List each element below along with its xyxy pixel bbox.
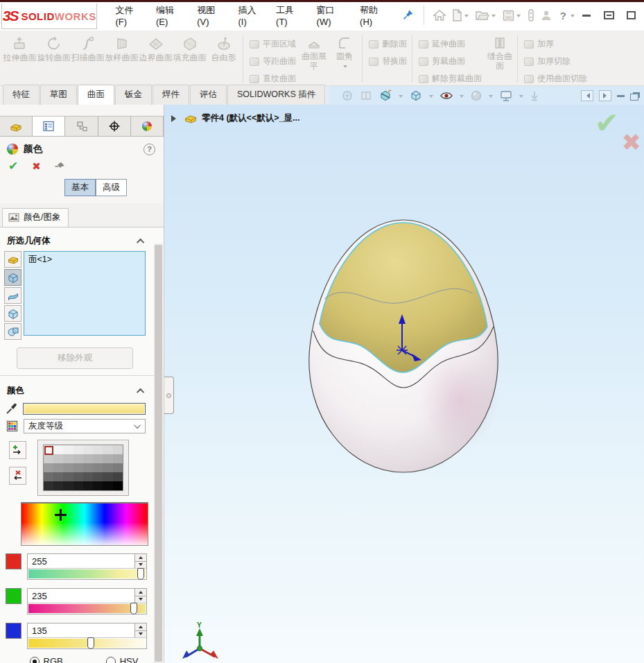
- palette-icon[interactable]: [6, 420, 19, 433]
- boundary-surface-button[interactable]: 边界曲面: [139, 33, 173, 85]
- revolved-surface-button[interactable]: 旋转曲面: [37, 33, 71, 85]
- remove-appearance-button[interactable]: 移除外观: [17, 347, 133, 369]
- view-settings-icon[interactable]: [530, 90, 539, 102]
- edit-appearance-icon[interactable]: [470, 89, 482, 102]
- grayscale-swatch-grid[interactable]: [43, 445, 123, 491]
- graphics-viewport[interactable]: 零件4 (默认<<默认>_显... ✔ ✖: [164, 105, 644, 663]
- help-circle-icon[interactable]: ?: [143, 144, 155, 155]
- menu-window[interactable]: 窗口(W): [310, 0, 353, 33]
- cut-with-surface-button[interactable]: 使用曲面切除: [524, 73, 587, 85]
- filter-body-button[interactable]: [4, 305, 21, 322]
- advanced-mode-button[interactable]: 高级: [96, 179, 127, 196]
- open-document-caret-icon[interactable]: [491, 15, 496, 19]
- keep-visible-pin-icon[interactable]: [55, 161, 67, 172]
- basic-mode-button[interactable]: 基本: [64, 179, 96, 196]
- current-color-swatch[interactable]: [23, 403, 146, 415]
- selected-geometry-header[interactable]: 所选几何体: [0, 227, 164, 251]
- collapse-right-icon[interactable]: [599, 90, 611, 101]
- dimxpert-manager-tab[interactable]: [98, 117, 131, 136]
- red-slider-thumb[interactable]: [137, 568, 144, 580]
- tab-solidworks-addins[interactable]: SOLIDWORKS 插件: [227, 85, 325, 105]
- green-value-input[interactable]: 235: [28, 589, 134, 603]
- ok-check-icon[interactable]: ✔: [8, 160, 18, 172]
- tab-features[interactable]: 特征: [3, 85, 40, 105]
- delete-face-button[interactable]: 删除面: [369, 38, 407, 50]
- filter-feature-button[interactable]: [4, 323, 21, 340]
- red-value-input[interactable]: 255: [28, 554, 134, 568]
- home-icon[interactable]: [431, 7, 448, 24]
- menu-help[interactable]: 帮助(H): [353, 0, 394, 33]
- swept-surface-button[interactable]: 扫描曲面: [71, 33, 105, 85]
- add-swatch-button[interactable]: [9, 441, 26, 459]
- apply-scene-icon[interactable]: [499, 90, 513, 102]
- hsv-radio[interactable]: HSV: [106, 656, 139, 663]
- user-account-icon[interactable]: [539, 7, 554, 24]
- view-orientation-caret-icon[interactable]: [429, 95, 433, 100]
- help-icon[interactable]: ?: [557, 8, 577, 24]
- hide-show-items-caret-icon[interactable]: [460, 95, 464, 100]
- doc-minimize-icon[interactable]: [617, 95, 625, 97]
- pin-menu-icon[interactable]: [400, 6, 417, 25]
- selected-face-item[interactable]: 面<1>: [28, 254, 141, 266]
- display-manager-tab[interactable]: [131, 117, 164, 136]
- green-slider-thumb[interactable]: [130, 603, 137, 614]
- maximize-window-icon[interactable]: [622, 8, 640, 22]
- tab-sketch[interactable]: 草图: [40, 85, 77, 105]
- egg-model[interactable]: [293, 214, 514, 480]
- menu-insert[interactable]: 插入(I): [231, 0, 269, 33]
- grayscale-swatch-row[interactable]: [44, 454, 123, 463]
- planar-surface-button[interactable]: 平面区域: [250, 38, 296, 50]
- ruled-surface-button[interactable]: 直纹曲面: [250, 73, 296, 85]
- menu-tools[interactable]: 工具(T): [269, 0, 310, 33]
- offset-surface-button[interactable]: 等距曲面: [250, 55, 296, 67]
- grayscale-swatch-row[interactable]: [44, 445, 123, 454]
- menu-edit[interactable]: 编辑(E): [149, 0, 190, 33]
- blue-slider-track[interactable]: [28, 639, 146, 648]
- menu-view[interactable]: 视图(V): [190, 0, 231, 33]
- trim-surface-button[interactable]: 剪裁曲面: [419, 55, 482, 67]
- confirm-ok-icon[interactable]: ✔: [595, 106, 619, 140]
- tab-evaluate[interactable]: 评估: [190, 85, 227, 105]
- grayscale-swatch-row[interactable]: [44, 463, 123, 472]
- filter-surface-button[interactable]: [4, 287, 21, 304]
- replace-face-button[interactable]: 替换面: [369, 55, 407, 67]
- knit-surface-button[interactable]: 缝合曲面: [485, 33, 515, 85]
- save-icon[interactable]: [501, 8, 523, 24]
- menu-file[interactable]: 文件(F): [108, 0, 149, 33]
- flatten-surface-button[interactable]: 曲面展平: [299, 33, 329, 85]
- red-slider-track[interactable]: [28, 569, 146, 578]
- help-caret-icon[interactable]: [571, 15, 575, 19]
- minimize-window-icon[interactable]: [577, 8, 595, 22]
- feature-manager-tab[interactable]: [0, 117, 33, 136]
- color-spectrum-picker[interactable]: [21, 502, 148, 546]
- hide-show-items-icon[interactable]: [440, 90, 453, 101]
- grayscale-swatch-row[interactable]: [44, 481, 123, 490]
- section-view-icon[interactable]: [378, 89, 392, 102]
- collapse-left-icon[interactable]: [581, 90, 593, 101]
- confirm-cancel-icon[interactable]: ✖: [622, 128, 642, 156]
- apply-scene-caret-icon[interactable]: [519, 95, 523, 100]
- tab-sheet-metal[interactable]: 钣金: [115, 85, 152, 105]
- panel-flyout-handle[interactable]: [164, 377, 174, 414]
- doc-restore-icon[interactable]: [630, 94, 638, 101]
- tree-expand-arrow-icon[interactable]: [171, 115, 180, 122]
- filter-face-button[interactable]: [4, 269, 21, 286]
- save-caret-icon[interactable]: [516, 15, 521, 19]
- edit-appearance-caret-icon[interactable]: [489, 95, 493, 100]
- color-section-header[interactable]: 颜色: [0, 377, 164, 401]
- rgb-radio-dot[interactable]: [30, 657, 40, 663]
- untrim-surface-button[interactable]: 解除剪裁曲面: [419, 73, 482, 85]
- color-picker-crosshair[interactable]: [55, 509, 67, 521]
- collapse-chevron-icon[interactable]: [137, 238, 144, 246]
- cancel-x-icon[interactable]: ✖: [32, 161, 41, 171]
- thickened-cut-button[interactable]: 加厚切除: [524, 55, 587, 67]
- selected-geometry-list[interactable]: 面<1>: [24, 251, 146, 336]
- feature-tree-flyout[interactable]: 零件4 (默认<<默认>_显...: [171, 112, 299, 124]
- panel-scrollbar[interactable]: [154, 243, 163, 663]
- filled-surface-button[interactable]: 填充曲面: [173, 33, 207, 85]
- part-tree-label[interactable]: 零件4 (默认<<默认>_显...: [202, 112, 299, 124]
- hsv-radio-dot[interactable]: [106, 657, 116, 663]
- tab-surfaces[interactable]: 曲面: [78, 85, 114, 105]
- blue-value-input[interactable]: 135: [28, 623, 134, 637]
- color-image-tab[interactable]: 颜色/图象: [2, 208, 69, 227]
